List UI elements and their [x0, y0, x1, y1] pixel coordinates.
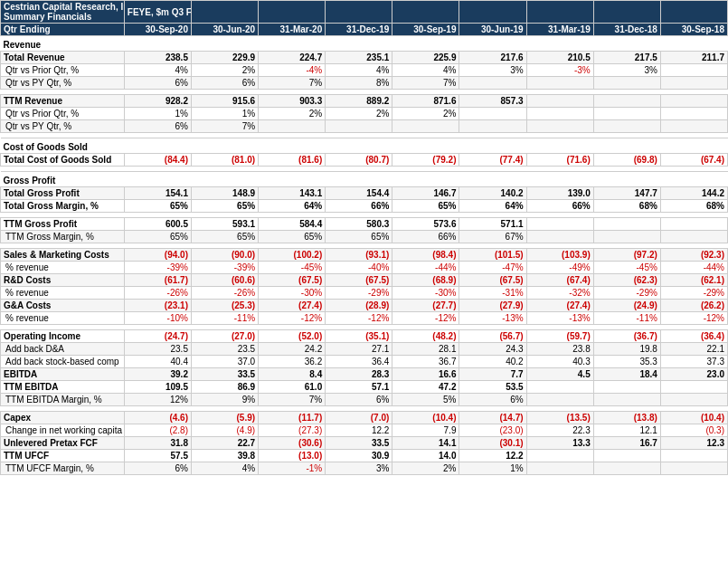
date-2: 31-Mar-20	[259, 24, 326, 36]
table-row: Revenue	[1, 36, 728, 52]
data-cell	[526, 381, 593, 394]
data-cell	[526, 462, 593, 475]
data-cell: -47%	[459, 262, 526, 274]
row-label: TTM UFCF	[1, 450, 125, 462]
date-4: 30-Sep-19	[392, 24, 459, 36]
data-cell: 22.1	[660, 343, 727, 356]
data-cell: 35.3	[593, 356, 660, 368]
row-label: Add back D&A	[1, 343, 125, 356]
date-col-6	[526, 1, 593, 24]
data-cell: 3%	[459, 64, 526, 77]
data-cell: 28.3	[326, 368, 392, 381]
data-cell: 154.4	[326, 187, 392, 200]
data-cell: (79.2)	[392, 154, 459, 167]
data-cell: (4.6)	[124, 412, 191, 424]
data-cell: 12.2	[459, 450, 526, 462]
data-cell: (56.7)	[459, 330, 526, 343]
data-cell: 7%	[392, 77, 459, 90]
data-cell: (84.4)	[124, 154, 191, 167]
table-row: Cost of Goods Sold	[1, 138, 728, 154]
data-cell: 86.9	[191, 381, 258, 394]
data-cell: 928.2	[124, 95, 191, 108]
table-row: Sales & Marketing Costs(94.0)(90.0)(100.…	[1, 249, 728, 262]
data-cell: -45%	[259, 262, 326, 274]
data-cell: (28.9)	[326, 300, 392, 312]
row-label: % revenue	[1, 312, 125, 325]
data-cell: -45%	[593, 262, 660, 274]
data-cell: 4.5	[526, 368, 593, 381]
data-cell: -44%	[660, 262, 727, 274]
table-row: Gross Profit	[1, 172, 728, 187]
row-label: R&D Costs	[1, 274, 125, 287]
data-cell: 7%	[191, 120, 258, 133]
data-cell: (27.9)	[459, 300, 526, 312]
data-cell: 36.2	[259, 356, 326, 368]
data-cell: 66%	[326, 200, 392, 213]
data-cell: 12%	[124, 394, 191, 406]
data-cell	[526, 95, 593, 108]
table-row: TTM UFCF Margin, %6%4%-1%3%2%1%	[1, 462, 728, 475]
data-cell: (68.9)	[392, 274, 459, 287]
data-cell: (36.4)	[660, 330, 727, 343]
data-cell: 593.1	[191, 218, 258, 231]
data-cell: -30%	[392, 287, 459, 300]
data-cell: 53.5	[459, 381, 526, 394]
row-label: Qtr vs Prior Qtr, %	[1, 64, 125, 77]
data-cell: 139.0	[526, 187, 593, 200]
data-cell: 33.5	[326, 437, 392, 450]
data-cell: (27.4)	[259, 300, 326, 312]
date-col-4	[392, 1, 459, 24]
data-cell: 573.6	[392, 218, 459, 231]
data-cell: (62.1)	[660, 274, 727, 287]
data-cell: 37.0	[191, 356, 258, 368]
data-cell: (14.7)	[459, 412, 526, 424]
data-cell	[593, 394, 660, 406]
data-cell: 36.7	[392, 356, 459, 368]
data-cell	[593, 120, 660, 133]
table-row: TTM EBITDA Margin, %12%9%7%6%5%6%	[1, 394, 728, 406]
data-cell: -12%	[660, 312, 727, 325]
data-cell: 16.6	[392, 368, 459, 381]
data-cell: 23.5	[124, 343, 191, 356]
data-cell: -12%	[259, 312, 326, 325]
data-cell: (30.1)	[459, 437, 526, 450]
data-cell: 30.9	[326, 450, 392, 462]
data-cell: (24.7)	[124, 330, 191, 343]
data-cell: 1%	[124, 108, 191, 120]
row-label: Total Revenue	[1, 52, 125, 64]
data-cell: -32%	[526, 287, 593, 300]
data-cell: (11.7)	[259, 412, 326, 424]
data-cell: (71.6)	[526, 154, 593, 167]
data-cell	[459, 120, 526, 133]
data-cell: 903.3	[259, 95, 326, 108]
data-cell: 6%	[124, 77, 191, 90]
data-cell: 224.7	[259, 52, 326, 64]
row-label: TTM Gross Margin, %	[1, 231, 125, 243]
data-cell	[660, 77, 727, 90]
data-cell: -44%	[392, 262, 459, 274]
data-cell: 40.2	[459, 356, 526, 368]
data-cell: 68%	[593, 200, 660, 213]
data-cell	[326, 120, 392, 133]
data-cell: 210.5	[526, 52, 593, 64]
data-cell	[526, 218, 593, 231]
data-cell: 16.7	[593, 437, 660, 450]
table-row: Qtr vs PY Qtr, %6%6%7%8%7%	[1, 77, 728, 90]
data-cell: (23.0)	[459, 424, 526, 437]
data-cell: (94.0)	[124, 249, 191, 262]
data-cell: -10%	[124, 312, 191, 325]
data-cell: (52.0)	[259, 330, 326, 343]
data-cell: -11%	[191, 312, 258, 325]
data-cell: (23.1)	[124, 300, 191, 312]
data-cell: -40%	[326, 262, 392, 274]
data-cell: (27.3)	[259, 424, 326, 437]
data-cell: 67%	[459, 231, 526, 243]
data-cell: 24.3	[459, 343, 526, 356]
data-cell: 57.5	[124, 450, 191, 462]
row-label: TTM EBITDA Margin, %	[1, 394, 125, 406]
data-cell: 2%	[259, 108, 326, 120]
data-cell	[459, 77, 526, 90]
data-cell: 23.0	[660, 368, 727, 381]
data-cell: 23.8	[526, 343, 593, 356]
data-cell: -4%	[259, 64, 326, 77]
